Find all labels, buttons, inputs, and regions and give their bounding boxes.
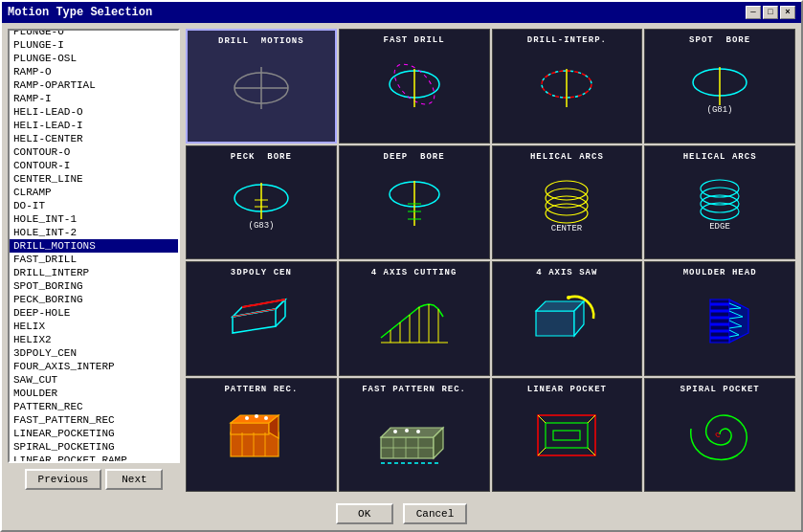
- list-item-helix[interactable]: HELIX: [10, 320, 178, 333]
- bottom-bar: OK Cancel: [2, 498, 801, 530]
- cell-label-fast-pattern-rec: FAST PATTERN REC.: [340, 383, 489, 396]
- svg-point-76: [405, 429, 409, 432]
- svg-point-49: [567, 296, 570, 299]
- list-item-linear-pocket-ramp[interactable]: LINEAR_POCKET_RAMP: [10, 454, 178, 463]
- maximize-button[interactable]: □: [763, 6, 778, 19]
- list-item-clramp[interactable]: CLRAMP: [10, 186, 178, 199]
- grid-cell-fast-drill[interactable]: FAST DRILL: [339, 29, 490, 144]
- list-item-ramp-i[interactable]: RAMP-I: [10, 92, 178, 105]
- cell-label-3dpoly-cen: 3DPOLY CEN: [187, 266, 336, 279]
- list-item-plunge-o[interactable]: PLUNGE-O: [10, 29, 178, 38]
- svg-point-24: [546, 196, 588, 215]
- grid-cell-deep-bore[interactable]: DEEP BORE: [339, 145, 490, 260]
- title-bar-buttons: ─ □ ×: [746, 6, 795, 19]
- cell-label-4axis-saw: 4 AXIS SAW: [493, 266, 642, 279]
- list-item-hole-int-1[interactable]: HOLE_INT-1: [10, 212, 178, 226]
- list-item-ramp-opartial[interactable]: RAMP-OPARTIAL: [10, 78, 178, 92]
- svg-text:(G83): (G83): [248, 221, 274, 231]
- svg-rect-81: [553, 431, 580, 440]
- svg-point-65: [245, 416, 249, 420]
- svg-line-82: [538, 415, 546, 423]
- svg-text:(G81): (G81): [707, 105, 733, 115]
- grid-cell-3dpoly-cen[interactable]: 3DPOLY CEN: [186, 261, 337, 376]
- list-item-moulder[interactable]: MOULDER: [10, 387, 178, 400]
- list-item-fast-pattern-rec[interactable]: FAST_PATTERN_REC: [10, 413, 178, 427]
- grid-cell-peck-bore[interactable]: PECK BORE (G83): [186, 145, 337, 260]
- list-item-heli-center[interactable]: HELI-CENTER: [10, 132, 178, 145]
- title-bar: Motion Type Selection ─ □ ×: [2, 2, 801, 23]
- list-item-heli-lead-o[interactable]: HELI-LEAD-O: [10, 105, 178, 119]
- window-title: Motion Type Selection: [8, 6, 152, 19]
- cell-label-drill-interp: DRILL-INTERP.: [493, 33, 642, 47]
- motion-list[interactable]: PLUNGE-OPLUNGE-IPLUNGE-OSLRAMP-ORAMP-OPA…: [8, 29, 180, 463]
- list-item-helix2[interactable]: HELIX2: [10, 333, 178, 346]
- grid-cell-4axis-saw[interactable]: 4 AXIS SAW: [492, 261, 643, 376]
- list-item-contour-i[interactable]: CONTOUR-I: [10, 159, 178, 172]
- list-item-hole-int-2[interactable]: HOLE_INT-2: [10, 226, 178, 239]
- list-item-ramp-o[interactable]: RAMP-O: [10, 65, 178, 78]
- grid-area: DRILL MOTIONS FAST DRILL: [186, 29, 795, 492]
- previous-button[interactable]: Previous: [25, 469, 102, 490]
- grid-cell-linear-pocket[interactable]: LINEAR POCKET: [492, 378, 643, 493]
- grid-cell-drill-motions[interactable]: DRILL MOTIONS: [186, 29, 337, 144]
- grid-cell-spiral-pocket[interactable]: SPIRAL POCKET: [644, 378, 795, 493]
- svg-text:CENTER: CENTER: [551, 224, 583, 233]
- list-item-do-it[interactable]: DO-IT: [10, 199, 178, 212]
- list-item-drill-motions[interactable]: DRILL_MOTIONS: [10, 239, 178, 253]
- list-item-saw-cut[interactable]: SAW_CUT: [10, 373, 178, 387]
- svg-point-25: [546, 204, 588, 223]
- svg-point-66: [255, 414, 258, 418]
- list-item-pattern-rec[interactable]: PATTERN_REC: [10, 400, 178, 413]
- grid-cell-fast-pattern-rec[interactable]: FAST PATTERN REC.: [339, 378, 490, 493]
- cell-label-linear-pocket: LINEAR POCKET: [493, 383, 642, 396]
- ok-button[interactable]: OK: [336, 503, 393, 524]
- grid-cell-moulder-head[interactable]: MOULDER HEAD: [644, 261, 795, 376]
- grid-cell-pattern-rec[interactable]: PATTERN REC.: [186, 378, 337, 493]
- cell-label-moulder-head: MOULDER HEAD: [645, 266, 794, 279]
- minimize-button[interactable]: ─: [746, 6, 761, 19]
- cell-label-spot-bore: SPOT BORE: [645, 33, 794, 47]
- grid-cell-4axis-cutting[interactable]: 4 AXIS CUTTING: [339, 261, 490, 376]
- svg-point-77: [416, 430, 420, 433]
- motion-grid: DRILL MOTIONS FAST DRILL: [186, 29, 795, 492]
- list-item-fast-drill[interactable]: FAST_DRILL: [10, 253, 178, 266]
- svg-line-83: [588, 415, 595, 423]
- cell-label-helical-arcs-edge: HELICAL ARCS: [645, 150, 794, 164]
- list-item-drill-interp[interactable]: DRILL_INTERP: [10, 266, 178, 279]
- sidebar-buttons: Previous Next: [8, 467, 180, 492]
- svg-marker-69: [381, 428, 443, 437]
- svg-rect-59: [231, 423, 269, 434]
- grid-cell-spot-bore[interactable]: SPOT BORE (G81): [644, 29, 795, 144]
- svg-point-29: [701, 195, 739, 212]
- svg-point-27: [701, 180, 739, 197]
- main-window: Motion Type Selection ─ □ × PLUNGE-OPLUN…: [0, 0, 803, 532]
- grid-cell-helical-arcs-edge[interactable]: HELICAL ARCS EDGE: [644, 145, 795, 260]
- svg-line-84: [538, 448, 546, 455]
- list-item-peck-boring[interactable]: PECK_BORING: [10, 293, 178, 306]
- list-item-3dpoly-cen[interactable]: 3DPOLY_CEN: [10, 346, 178, 360]
- grid-cell-drill-interp[interactable]: DRILL-INTERP.: [492, 29, 643, 144]
- svg-line-85: [588, 448, 595, 455]
- list-item-four-axis-interp[interactable]: FOUR_AXIS_INTERP: [10, 360, 178, 373]
- list-item-contour-o[interactable]: CONTOUR-O: [10, 145, 178, 159]
- svg-line-35: [276, 317, 285, 326]
- list-item-center-line[interactable]: CENTER_LINE: [10, 172, 178, 186]
- list-item-plunge-i[interactable]: PLUNGE-I: [10, 38, 178, 52]
- svg-point-28: [701, 188, 739, 205]
- list-item-linear-pocketing[interactable]: LINEAR_POCKETING: [10, 427, 178, 440]
- list-item-heli-lead-i[interactable]: HELI-LEAD-I: [10, 119, 178, 132]
- grid-cell-helical-arcs-center[interactable]: HELICAL ARCS CENTER: [492, 145, 643, 260]
- next-button[interactable]: Next: [105, 469, 163, 490]
- list-item-spiral-pocketing[interactable]: SPIRAL_POCKETING: [10, 440, 178, 454]
- cell-label-deep-bore: DEEP BORE: [340, 150, 489, 164]
- close-button[interactable]: ×: [780, 6, 795, 19]
- svg-point-67: [264, 416, 268, 420]
- svg-rect-80: [546, 423, 588, 448]
- svg-rect-58: [231, 432, 279, 456]
- list-item-deep-hole[interactable]: DEEP-HOLE: [10, 306, 178, 320]
- svg-point-23: [546, 188, 588, 208]
- sidebar: PLUNGE-OPLUNGE-IPLUNGE-OSLRAMP-ORAMP-OPA…: [8, 29, 180, 492]
- cancel-button[interactable]: Cancel: [403, 503, 468, 524]
- list-item-spot-boring[interactable]: SPOT_BORING: [10, 279, 178, 293]
- list-item-plunge-osl[interactable]: PLUNGE-OSL: [10, 52, 178, 65]
